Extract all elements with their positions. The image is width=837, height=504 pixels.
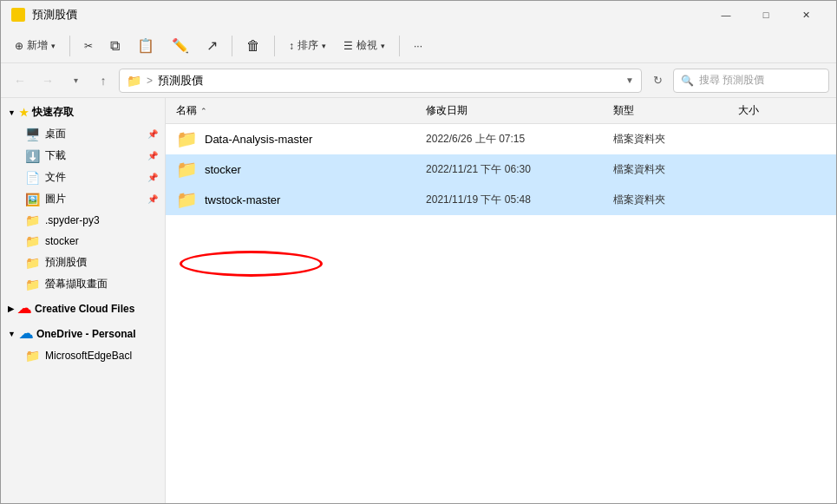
folder-icon-data-analysis: 📁 (176, 128, 198, 149)
sidebar-item-yuce[interactable]: 📁 預測股價 (1, 252, 165, 273)
sort-button[interactable]: ↕ 排序 ▾ (282, 35, 333, 56)
content-area: 名稱 ⌃ 修改日期 類型 大小 📁 Data-Analysis-master 2… (166, 98, 836, 504)
up-button[interactable]: ↑ (91, 69, 115, 93)
copy-icon: ⧉ (110, 38, 120, 54)
file-name-data-analysis: 📁 Data-Analysis-master (176, 128, 426, 149)
desktop-icon: 🖥️ (25, 128, 40, 141)
col-name-header[interactable]: 名稱 ⌃ (176, 103, 426, 118)
quick-access-header[interactable]: ▼ ★ 快速存取 (1, 101, 165, 123)
paste-icon: 📋 (137, 37, 154, 54)
sidebar-item-edge-backup[interactable]: 📁 MicrosoftEdgeBacl (1, 345, 165, 366)
documents-icon: 📄 (25, 171, 40, 185)
file-name-stocker: 📁 stocker (176, 159, 426, 180)
address-folder-icon: 📁 (127, 74, 141, 88)
copy-button[interactable]: ⧉ (103, 35, 127, 57)
onedrive-header[interactable]: ▼ ☁ OneDrive - Personal (1, 322, 165, 345)
address-separator: > (147, 75, 153, 87)
pin-icon-documents: 📌 (147, 173, 158, 182)
title-bar-left: 預測股價 (11, 7, 77, 23)
folder-icon-edge: 📁 (25, 349, 40, 363)
sort-icon: ↕ (289, 40, 294, 52)
address-path: 預測股價 (158, 73, 620, 88)
file-row-1[interactable]: 📁 stocker 2022/11/21 下午 06:30 檔案資料夾 (166, 154, 836, 185)
chevron-down-icon: ▼ (8, 108, 16, 117)
pin-icon-desktop: 📌 (147, 129, 158, 139)
toolbar-separator-3 (274, 36, 275, 56)
sidebar-item-downloads[interactable]: ⬇️ 下載 📌 (1, 145, 165, 167)
address-field[interactable]: 📁 > 預測股價 ▼ (119, 69, 642, 93)
paste-button[interactable]: 📋 (130, 34, 161, 57)
more-button[interactable]: ··· (407, 36, 429, 56)
address-bar: ← → ▾ ↑ 📁 > 預測股價 ▼ ↻ 🔍 搜尋 預測股價 (1, 63, 836, 98)
maximize-button[interactable]: □ (746, 1, 786, 29)
search-icon: 🔍 (681, 75, 694, 87)
col-size-header[interactable]: 大小 (738, 103, 826, 118)
toolbar-separator-2 (232, 36, 232, 56)
folder-icon-spyder: 📁 (25, 213, 40, 227)
folder-icon-stocker-content: 📁 (176, 159, 198, 180)
col-type-header[interactable]: 類型 (613, 103, 738, 118)
close-button[interactable]: ✕ (786, 1, 826, 29)
chevron-right-icon: ▶ (8, 304, 14, 313)
folder-icon-yuce: 📁 (25, 256, 40, 270)
cut-button[interactable]: ✂ (77, 36, 100, 56)
sidebar-item-pictures[interactable]: 🖼️ 圖片 📌 (1, 188, 165, 210)
star-icon: ★ (19, 107, 29, 119)
sidebar-item-desktop[interactable]: 🖥️ 桌面 📌 (1, 123, 165, 145)
delete-icon: 🗑 (246, 38, 260, 54)
sidebar-item-spyder[interactable]: 📁 .spyder-py3 (1, 210, 165, 231)
new-button[interactable]: ⊕ 新增 ▾ (8, 35, 62, 56)
column-headers: 名稱 ⌃ 修改日期 類型 大小 (166, 98, 836, 124)
onedrive-section: ▼ ☁ OneDrive - Personal 📁 MicrosoftEdgeB… (1, 322, 165, 366)
chevron-down-icon-od: ▼ (8, 330, 16, 338)
toolbar-separator-1 (69, 36, 70, 56)
sidebar: ▼ ★ 快速存取 🖥️ 桌面 📌 ⬇️ 下載 📌 📄 文件 📌 🖼️ (1, 98, 166, 504)
folder-icon-screenshot: 📁 (25, 278, 40, 291)
folder-icon-stocker: 📁 (25, 234, 40, 248)
col-date-header[interactable]: 修改日期 (426, 103, 613, 118)
view-button[interactable]: ☰ 檢視 ▾ (337, 35, 392, 56)
file-row-2[interactable]: 📁 twstock-master 2021/11/19 下午 05:48 檔案資… (166, 185, 836, 215)
window-icon (11, 8, 25, 22)
onedrive-icon: ☁ (19, 325, 33, 342)
downloads-icon: ⬇️ (25, 149, 40, 163)
sidebar-item-stocker[interactable]: 📁 stocker (1, 231, 165, 252)
cut-icon: ✂ (84, 40, 93, 52)
folder-icon-twstock: 📁 (176, 189, 198, 210)
pin-icon-downloads: 📌 (147, 151, 158, 160)
delete-button[interactable]: 🗑 (239, 35, 267, 57)
forward-button[interactable]: → (36, 69, 60, 93)
sort-arrow-name: ⌃ (200, 107, 207, 115)
main-layout: ▼ ★ 快速存取 🖥️ 桌面 📌 ⬇️ 下載 📌 📄 文件 📌 🖼️ (1, 98, 836, 504)
title-controls: — □ ✕ (706, 1, 826, 29)
back-button[interactable]: ← (8, 69, 32, 93)
toolbar-separator-4 (399, 36, 400, 56)
pictures-icon: 🖼️ (25, 193, 40, 206)
toolbar: ⊕ 新增 ▾ ✂ ⧉ 📋 ✏️ ↗ 🗑 ↕ 排序 ▾ ☰ 檢視 ▾ ··· (1, 29, 836, 63)
share-icon: ↗ (206, 37, 218, 54)
sidebar-item-documents[interactable]: 📄 文件 📌 (1, 167, 165, 188)
title-bar: 預測股價 — □ ✕ (1, 1, 836, 29)
address-dropdown-icon[interactable]: ▼ (625, 75, 634, 85)
refresh-button[interactable]: ↻ (645, 69, 670, 93)
creative-cloud-section: ▶ ☁ Creative Cloud Files (1, 297, 165, 320)
new-icon: ⊕ (15, 40, 23, 52)
quick-access-section: ▼ ★ 快速存取 🖥️ 桌面 📌 ⬇️ 下載 📌 📄 文件 📌 🖼️ (1, 101, 165, 295)
file-name-twstock: 📁 twstock-master (176, 189, 426, 210)
view-icon: ☰ (343, 40, 353, 52)
window-title: 預測股價 (32, 7, 77, 23)
search-placeholder: 搜尋 預測股價 (699, 73, 764, 88)
minimize-button[interactable]: — (706, 1, 746, 29)
sidebar-item-screenshot[interactable]: 📁 螢幕擷取畫面 (1, 273, 165, 295)
creative-cloud-icon: ☁ (17, 300, 31, 317)
file-row-0[interactable]: 📁 Data-Analysis-master 2022/6/26 上午 07:1… (166, 124, 836, 154)
creative-cloud-header[interactable]: ▶ ☁ Creative Cloud Files (1, 297, 165, 320)
search-field[interactable]: 🔍 搜尋 預測股價 (673, 69, 829, 93)
rename-button[interactable]: ✏️ (165, 34, 196, 57)
rename-icon: ✏️ (172, 37, 189, 54)
share-button[interactable]: ↗ (199, 34, 225, 57)
more-icon: ··· (414, 40, 422, 52)
recent-locations-button[interactable]: ▾ (63, 69, 88, 93)
pin-icon-pictures: 📌 (147, 194, 158, 204)
